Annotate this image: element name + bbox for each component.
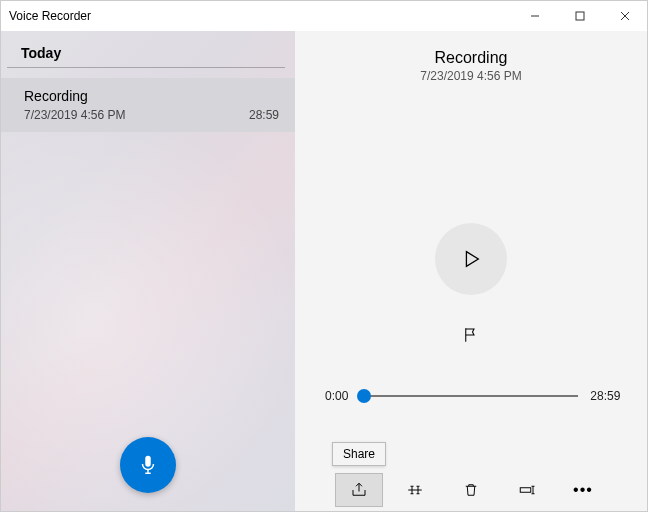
svg-rect-14	[520, 488, 531, 493]
close-button[interactable]	[602, 1, 647, 31]
microphone-icon	[137, 454, 159, 476]
maximize-button[interactable]	[557, 1, 602, 31]
recordings-sidebar: Today Recording 7/23/2019 4:56 PM 28:59	[1, 31, 295, 511]
total-time: 28:59	[588, 389, 622, 403]
titlebar: Voice Recorder	[1, 1, 647, 31]
detail-datetime: 7/23/2019 4:56 PM	[420, 69, 521, 83]
trim-button[interactable]	[391, 473, 439, 507]
detail-header: Recording 7/23/2019 4:56 PM	[420, 49, 521, 83]
minimize-button[interactable]	[512, 1, 557, 31]
seek-track[interactable]	[364, 395, 579, 397]
add-marker-button[interactable]	[459, 323, 483, 347]
rename-button[interactable]	[503, 473, 551, 507]
section-header-today: Today	[7, 31, 285, 68]
recording-datetime: 7/23/2019 4:56 PM	[24, 108, 125, 122]
svg-rect-1	[576, 12, 584, 20]
trim-icon	[406, 481, 424, 499]
bottom-toolbar: Share	[295, 467, 647, 511]
detail-pane: Recording 7/23/2019 4:56 PM 0:00	[295, 31, 647, 511]
app-title: Voice Recorder	[9, 9, 91, 23]
trash-icon	[462, 481, 480, 499]
current-time: 0:00	[320, 389, 354, 403]
recording-meta: 7/23/2019 4:56 PM 28:59	[24, 108, 279, 122]
app-window: Voice Recorder Today Recording 7/23/2019…	[0, 0, 648, 512]
share-button[interactable]: Share	[335, 473, 383, 507]
delete-button[interactable]	[447, 473, 495, 507]
record-button[interactable]	[120, 437, 176, 493]
recording-duration: 28:59	[249, 108, 279, 122]
share-tooltip: Share	[332, 442, 386, 466]
content: Today Recording 7/23/2019 4:56 PM 28:59	[1, 31, 647, 511]
svg-marker-6	[466, 252, 478, 267]
detail-title: Recording	[420, 49, 521, 67]
recording-title: Recording	[24, 88, 279, 104]
play-icon	[460, 248, 482, 270]
play-button[interactable]	[435, 223, 507, 295]
more-button[interactable]: •••	[559, 473, 607, 507]
flag-icon	[462, 326, 480, 344]
list-item[interactable]: Recording 7/23/2019 4:56 PM 28:59	[1, 78, 295, 132]
seek-thumb[interactable]	[357, 389, 371, 403]
share-icon	[350, 481, 368, 499]
rename-icon	[518, 481, 536, 499]
playback-timeline: 0:00 28:59	[320, 389, 623, 403]
